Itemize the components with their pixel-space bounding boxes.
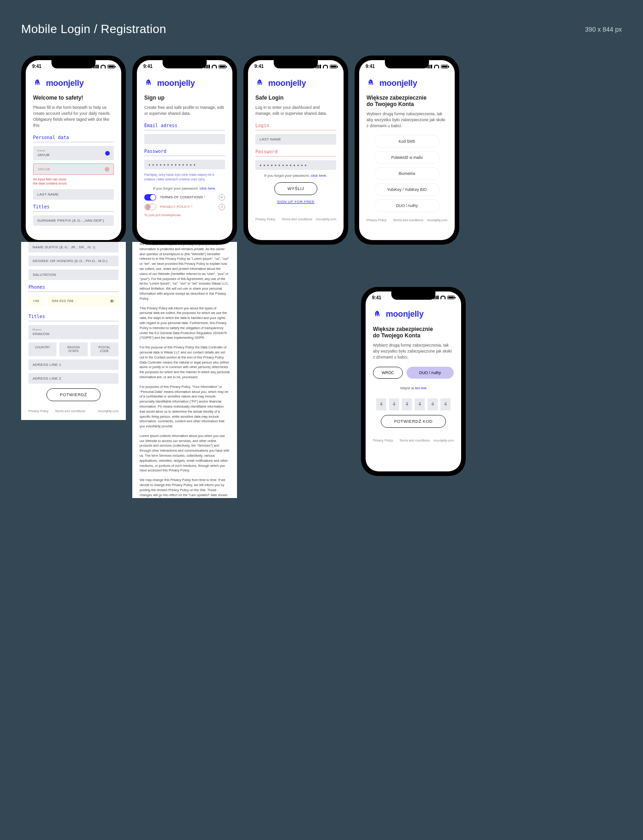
- valid-dot-icon: [105, 151, 110, 156]
- welcome-lead: Please fill in the form beneath to help …: [33, 105, 114, 129]
- brand-name: moonjelly: [268, 78, 306, 88]
- email-field[interactable]: [144, 134, 225, 144]
- password-field[interactable]: ● ● ● ● ● ● ● ● ● ● ● ● ●: [144, 160, 225, 169]
- forgot-link[interactable]: click here: [310, 174, 326, 178]
- footer-privacy[interactable]: Privacy Policy: [28, 409, 49, 413]
- country-field[interactable]: COUNTRY: [28, 342, 56, 356]
- code-digit[interactable]: 4: [376, 398, 386, 410]
- registration-scroll-extension: NAME SUFFIX (E.G.: JR., SR., IV, I) DEGR…: [21, 242, 126, 420]
- forgot-password-line: If you forgot your password, click here.: [255, 174, 336, 178]
- privacy-paragraph: For the purpose of this Privacy Policy t…: [140, 345, 230, 380]
- enter-link-line: Wejdź w ten link: [373, 386, 454, 390]
- code-digit[interactable]: 4: [415, 398, 425, 410]
- svg-point-5: [261, 81, 262, 82]
- footer-privacy[interactable]: Privacy Policy: [367, 218, 387, 222]
- footer-site[interactable]: moonjelly.com: [98, 409, 118, 413]
- name-error-value: JAKUB: [38, 167, 50, 171]
- svg-point-8: [376, 313, 377, 314]
- welcome-heading: Welcome to safety!: [33, 95, 114, 101]
- footer-terms[interactable]: Terms and conditions: [55, 409, 85, 413]
- footer-site[interactable]: moonjelly.com: [427, 218, 447, 222]
- brand-logo: moonjelly: [144, 78, 225, 88]
- terms-toggle[interactable]: [144, 194, 156, 201]
- signup-heading: Sign up: [144, 95, 225, 101]
- page-title: Mobile Login / Registration: [21, 22, 166, 36]
- name-suffix-field[interactable]: NAME SUFFIX (E.G.: JR., SR., IV, I): [28, 242, 118, 252]
- status-time: 9:41: [372, 295, 381, 300]
- salutation-field[interactable]: SALUTATION: [28, 269, 118, 280]
- confirm-button[interactable]: POTWIERDŹ: [46, 388, 100, 401]
- battery-icon: [447, 296, 455, 299]
- svg-point-2: [147, 81, 148, 82]
- degree-field[interactable]: DEGREE OR HONORS (E.G.: PH.D., M.D.): [28, 256, 118, 266]
- name-value: JAKUB: [37, 153, 50, 157]
- last-name-field[interactable]: LAST NAME: [33, 189, 114, 200]
- battery-icon: [330, 65, 337, 68]
- footer-privacy[interactable]: Privacy Policy: [373, 439, 393, 442]
- 2fa-option-sms[interactable]: Kod SMS: [375, 135, 440, 147]
- footer-terms[interactable]: Terms and conditions: [282, 218, 312, 221]
- back-button[interactable]: WRÓĆ: [373, 367, 403, 379]
- mockup-2fa-code: 9:41 moonjelly Większe zabezpieczniedo T…: [361, 287, 622, 476]
- 2fa-option-email[interactable]: Potwierdź w mailu: [375, 151, 440, 163]
- surname-prefix-field[interactable]: SURNAME PREFIX (E.G.: „VAN DER”): [33, 215, 114, 226]
- selected-method-pill[interactable]: DUO / Authy: [406, 367, 454, 379]
- signup-lead: Create free and safe profile to manage, …: [144, 105, 225, 117]
- footer-site[interactable]: moonjelly.com: [316, 218, 336, 221]
- svg-point-4: [259, 81, 259, 82]
- code-digit[interactable]: 4: [428, 398, 438, 410]
- code-digit[interactable]: 4: [402, 398, 412, 410]
- code-entry: 4 4 4 4 4 4: [373, 398, 454, 410]
- name-field-error[interactable]: JAKUB: [33, 163, 114, 175]
- city-field[interactable]: Miasto KRAKÓW: [28, 325, 118, 339]
- city-label: Miasto: [33, 328, 114, 331]
- phone-number-field[interactable]: 694 910 768👁: [48, 296, 118, 306]
- enter-link[interactable]: w ten link: [411, 386, 426, 390]
- password-section-label: Password: [144, 149, 225, 156]
- terms-toggle-row: TERMS OF CONDITIONS * +: [144, 194, 225, 201]
- field-error-message: An input field can showthe data contains…: [33, 177, 114, 185]
- code-digit[interactable]: 4: [389, 398, 399, 410]
- brand-logo: moonjelly: [33, 78, 114, 88]
- footer-privacy[interactable]: Privacy Policy: [255, 218, 276, 221]
- postal-field[interactable]: POSTAL CODE: [90, 342, 118, 356]
- wifi-icon: [434, 65, 439, 68]
- mockup-registration: 9:41 moonjelly Welcome to safety! Please…: [21, 56, 126, 420]
- collapse-icon[interactable]: ×: [219, 204, 225, 210]
- footer-terms[interactable]: Terms and conditions: [393, 218, 423, 222]
- brand-logo: moonjelly: [373, 309, 454, 319]
- login-field[interactable]: LAST NAME: [255, 134, 336, 145]
- address-line-2[interactable]: ADRESS LINE 2: [28, 373, 118, 384]
- send-button[interactable]: WYŚLIJ: [274, 182, 317, 195]
- required-field-note: To pole jest obowiązkowe.: [144, 213, 225, 217]
- footer-site[interactable]: moonjelly.com: [434, 439, 454, 442]
- 2fa-option-duo[interactable]: DUO / Authy: [375, 200, 440, 212]
- status-time: 9:41: [143, 64, 152, 69]
- address-line-1[interactable]: ADRESS LINE 1: [28, 359, 118, 370]
- section-titles-2: Titles: [28, 314, 118, 321]
- region-field[interactable]: REGION /STATE: [59, 342, 87, 356]
- privacy-toggle[interactable]: [144, 204, 156, 210]
- signup-free-link[interactable]: SIGN UP FOR FREE: [255, 200, 336, 204]
- signup-scroll-extension: We at Wasai LLC respect the privacy of y…: [132, 242, 237, 498]
- privacy-paragraph: For purposes of this Privacy Policy, “Yo…: [140, 385, 230, 429]
- 2fa-option-biometrics[interactable]: Biometria: [375, 168, 440, 179]
- forgot-link[interactable]: click here: [199, 186, 215, 190]
- mockup-signup: 9:41 moonjelly Sign up Create free and s…: [132, 56, 237, 498]
- name-field[interactable]: Name JAKUB: [33, 146, 114, 160]
- status-time: 9:41: [254, 64, 264, 69]
- login-password-field[interactable]: ● ● ● ● ● ● ● ● ● ● ● ● ●: [255, 160, 336, 170]
- 2fa-option-yubikey[interactable]: YubiKey / YubiKey BIO: [375, 184, 440, 196]
- login-heading: Safe Login: [255, 95, 336, 101]
- visibility-icon[interactable]: 👁: [110, 298, 114, 303]
- confirm-code-button[interactable]: POTWIERDŹ KOD: [381, 415, 446, 428]
- footer: Privacy PolicyTerms and conditions moonj…: [373, 436, 454, 442]
- section-personal-data: Personal data: [33, 135, 114, 142]
- footer-terms[interactable]: Terms and conditions: [400, 439, 430, 442]
- expand-icon[interactable]: +: [219, 194, 225, 201]
- canvas-dimensions: 390 x 844 px: [585, 26, 622, 33]
- phone-country-code[interactable]: +48: [28, 296, 45, 306]
- battery-icon: [107, 65, 115, 68]
- code-digit[interactable]: 4: [440, 398, 451, 410]
- brand-logo: moonjelly: [367, 78, 447, 88]
